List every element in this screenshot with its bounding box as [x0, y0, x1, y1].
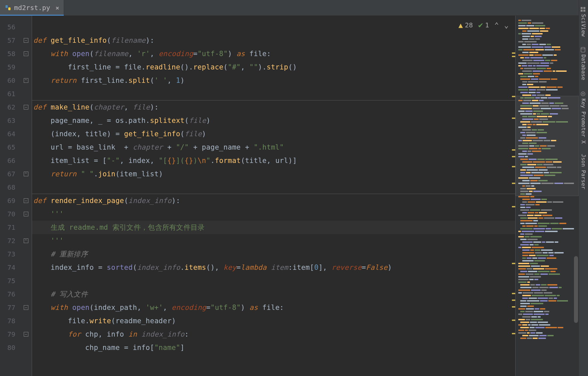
- fold-cell: [20, 221, 32, 234]
- line-number: 56: [0, 20, 20, 34]
- svg-rect-0: [6, 5, 8, 8]
- code-area[interactable]: def get_file_info(filename): with open(f…: [32, 16, 515, 376]
- fold-toggle-icon: ⌃: [24, 172, 28, 176]
- svg-rect-5: [583, 10, 585, 12]
- line-number: 75: [0, 274, 20, 288]
- minimap-scrollbar[interactable]: [574, 256, 578, 323]
- code-line: [32, 20, 515, 34]
- line-number-gutter: 5657585960616263646566676869707172737475…: [0, 16, 20, 376]
- line-number: 67: [0, 167, 20, 181]
- fold-cell: [20, 60, 32, 74]
- tab-filename: md2rst.py: [14, 4, 50, 12]
- code-line: with open(index_path, 'w+', encoding="ut…: [32, 301, 515, 314]
- code-body: ▲ 28 ✔ 1 ⌃ ⌄ 565758596061626364656667686…: [0, 16, 579, 376]
- pass-count: 1: [485, 21, 489, 29]
- code-line: def render_index_page(index_info):: [32, 194, 515, 207]
- tool-label: Key Promoter X: [580, 99, 587, 144]
- tool-label: SciView: [580, 14, 587, 36]
- line-number: 58: [0, 47, 20, 60]
- fold-cell[interactable]: −: [20, 328, 32, 341]
- tool-label: Json Parser: [580, 154, 587, 189]
- tool-sciview[interactable]: SciView: [580, 2, 587, 41]
- line-number: 77: [0, 301, 20, 314]
- line-number: 65: [0, 141, 20, 154]
- tab-close-icon[interactable]: ×: [55, 4, 59, 11]
- fold-cell[interactable]: −: [20, 301, 32, 314]
- tab-bar: md2rst.py ×: [0, 0, 579, 16]
- minimap[interactable]: [515, 16, 579, 376]
- check-icon: ✔: [478, 20, 483, 30]
- fold-cell[interactable]: −: [20, 47, 32, 60]
- code-line: url = base_link + chapter + "/" + page_n…: [32, 141, 515, 154]
- code-line: index_info = sorted(index_info.items(), …: [32, 261, 515, 274]
- main-area: md2rst.py × ▲ 28 ✔ 1 ⌃ ⌄ 5657585: [0, 0, 579, 376]
- code-line: def make_line(chapter, file):: [32, 101, 515, 114]
- code-line: [32, 87, 515, 101]
- fold-cell: [20, 274, 32, 288]
- fold-cell: [20, 341, 32, 354]
- warning-icon: ▲: [459, 21, 463, 29]
- line-number: 76: [0, 288, 20, 301]
- svg-point-6: [581, 47, 585, 49]
- code-line: item_list = ["-", index, "[{}]({})\n".fo…: [32, 154, 515, 167]
- next-highlight-icon[interactable]: ⌄: [504, 21, 509, 29]
- code-line: # 重新排序: [32, 247, 515, 261]
- fold-cell: [20, 261, 32, 274]
- code-line: # 写入文件: [32, 288, 515, 301]
- warning-count: 28: [465, 21, 473, 29]
- fold-cell[interactable]: −: [20, 207, 32, 221]
- warning-indicator[interactable]: ▲ 28: [459, 21, 473, 29]
- code-line: [32, 274, 515, 288]
- code-line: for chp, info in index_info:: [32, 328, 515, 341]
- code-line-current: 生成 readme.md 索引文件，包含所有文件目录: [32, 221, 515, 234]
- line-number: 57: [0, 34, 20, 47]
- tool-label: Database: [580, 54, 587, 80]
- line-number: 64: [0, 127, 20, 141]
- code-line: def get_file_info(filename):: [32, 34, 515, 47]
- fold-toggle-icon: −: [24, 212, 28, 216]
- minimap-viewport[interactable]: [516, 96, 579, 196]
- file-tab[interactable]: md2rst.py ×: [0, 0, 64, 15]
- fold-cell: [20, 141, 32, 154]
- fold-cell[interactable]: −: [20, 101, 32, 114]
- line-number: 68: [0, 181, 20, 194]
- fold-cell: [20, 154, 32, 167]
- code-line: return first_line.split(' ', 1): [32, 74, 515, 87]
- code-line: file.write(readme_header): [32, 314, 515, 328]
- fold-cell[interactable]: ⌃: [20, 234, 32, 247]
- grid-icon: [581, 7, 586, 12]
- tool-jsonparser[interactable]: Json Parser: [580, 149, 587, 194]
- code-line: chp_name = info["name"]: [32, 341, 515, 354]
- tool-keypromoter[interactable]: Key Promoter X: [580, 86, 587, 148]
- minimap-marks: [512, 16, 515, 376]
- fold-cell[interactable]: ⌃: [20, 167, 32, 181]
- prev-highlight-icon[interactable]: ⌃: [495, 21, 499, 29]
- line-number: 79: [0, 328, 20, 341]
- fold-toggle-icon: −: [24, 51, 28, 56]
- right-tool-strip: SciView Database Key Promoter X Json Par…: [579, 0, 588, 376]
- code-line: (index, title) = get_file_info(file): [32, 127, 515, 141]
- fold-cell: [20, 181, 32, 194]
- fold-cell[interactable]: ⌃: [20, 74, 32, 87]
- fold-toggle-icon: −: [24, 198, 28, 203]
- fold-cell[interactable]: −: [20, 34, 32, 47]
- fold-toggle-icon: −: [24, 38, 28, 43]
- line-number: 66: [0, 154, 20, 167]
- editor-container: md2rst.py × ▲ 28 ✔ 1 ⌃ ⌄ 5657585: [0, 0, 588, 376]
- line-number: 73: [0, 247, 20, 261]
- fold-cell: [20, 114, 32, 127]
- fold-toggle-icon: ⌃: [24, 78, 28, 83]
- fold-toggle-icon: −: [24, 105, 28, 110]
- pass-indicator[interactable]: ✔ 1: [478, 20, 489, 30]
- line-number: 62: [0, 101, 20, 114]
- fold-cell: [20, 314, 32, 328]
- line-number: 59: [0, 60, 20, 74]
- line-number: 61: [0, 87, 20, 101]
- fold-toggle-icon: ⌃: [24, 238, 28, 243]
- code-line: ''': [32, 234, 515, 247]
- tool-database[interactable]: Database: [580, 42, 587, 85]
- code-line: with open(filename, 'r', encoding="utf-8…: [32, 47, 515, 60]
- svg-rect-2: [581, 7, 583, 9]
- fold-cell[interactable]: −: [20, 194, 32, 207]
- fold-toggle-icon: −: [24, 305, 28, 310]
